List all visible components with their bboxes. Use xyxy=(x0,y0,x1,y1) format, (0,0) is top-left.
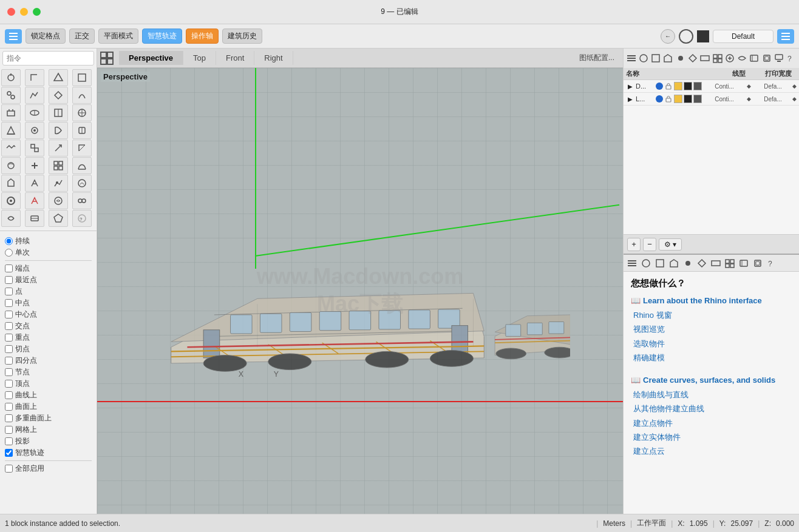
help-link-curves-from-objects[interactable]: 从其他物件建立曲线 xyxy=(631,403,792,414)
tool-btn[interactable] xyxy=(49,210,68,227)
layer-icon-7[interactable] xyxy=(700,52,710,64)
help-toolbar-icon-10[interactable] xyxy=(752,257,764,269)
help-link-precise-modeling[interactable]: 精确建模 xyxy=(631,352,792,363)
tool-btn[interactable] xyxy=(72,140,92,157)
command-input[interactable] xyxy=(2,51,94,66)
layer-icon-13[interactable] xyxy=(773,52,784,64)
close-button[interactable] xyxy=(7,8,15,16)
orthogonal-button[interactable]: 正交 xyxy=(69,29,95,44)
layer-icon-10[interactable] xyxy=(737,52,747,64)
tool-btn[interactable] xyxy=(49,192,68,209)
tool-btn[interactable] xyxy=(49,87,68,104)
snap-on-polysurface-check[interactable] xyxy=(5,414,13,422)
tool-btn[interactable] xyxy=(72,87,92,104)
help-toolbar-icon-1[interactable] xyxy=(626,257,638,269)
snap-on-mesh-check[interactable] xyxy=(5,426,13,434)
minimize-button[interactable] xyxy=(20,8,28,16)
layer-icon-4[interactable] xyxy=(663,52,673,64)
snap-knot-check[interactable] xyxy=(5,334,13,342)
tab-perspective[interactable]: Perspective xyxy=(119,51,183,65)
snap-on-surface-check[interactable] xyxy=(5,403,13,411)
tool-btn[interactable] xyxy=(72,69,92,86)
tool-btn[interactable] xyxy=(25,157,44,174)
viewport-settings-button[interactable]: 图纸配置... xyxy=(573,51,620,65)
layer-icon-1[interactable] xyxy=(626,52,636,64)
viewport-grid-icon[interactable] xyxy=(100,51,114,66)
snap-on-curve-check[interactable] xyxy=(5,391,13,399)
tool-btn[interactable] xyxy=(72,157,92,174)
snap-once-radio[interactable] xyxy=(5,249,13,257)
layer-icon-6[interactable] xyxy=(687,52,698,64)
tool-btn[interactable] xyxy=(72,192,92,209)
snap-endpoint-check[interactable] xyxy=(5,264,13,272)
tool-btn[interactable] xyxy=(1,87,21,104)
layer-icon-5[interactable] xyxy=(675,52,685,64)
tool-btn[interactable] xyxy=(1,175,21,192)
snap-vertex-check[interactable] xyxy=(5,380,13,388)
snap-midpoint-check[interactable] xyxy=(5,299,13,307)
help-link-draw-curves[interactable]: 绘制曲线与直线 xyxy=(631,389,792,400)
viewport-canvas[interactable]: Y X Perspective www.Macdown.comMac下载 xyxy=(97,68,623,514)
layer-icon-12[interactable] xyxy=(761,52,772,64)
help-toolbar-icon-8[interactable] xyxy=(724,257,736,269)
tool-btn[interactable] xyxy=(49,140,68,157)
help-link-select-objects[interactable]: 选取物件 xyxy=(631,338,792,349)
help-link-rhino-viewport[interactable]: Rhino 视窗 xyxy=(631,310,792,321)
snap-intersect-check[interactable] xyxy=(5,322,13,330)
tool-btn[interactable] xyxy=(72,104,92,121)
record-icon[interactable] xyxy=(697,30,709,42)
layer-icon-2[interactable] xyxy=(638,52,648,64)
layer-icon-9[interactable] xyxy=(724,52,735,64)
smart-track-button[interactable]: 智慧轨迹 xyxy=(142,29,182,44)
layer-remove-button[interactable]: − xyxy=(643,238,656,251)
help-section-curves-surfaces[interactable]: 📖 Create curves, surfaces, and solids xyxy=(631,375,792,386)
layer-icon-8[interactable] xyxy=(712,52,722,64)
help-toolbar-icon-6[interactable] xyxy=(696,257,708,269)
tool-btn[interactable] xyxy=(1,122,21,139)
tab-right[interactable]: Right xyxy=(254,51,293,65)
snap-near-check[interactable] xyxy=(5,276,13,284)
tool-btn[interactable] xyxy=(25,210,44,227)
target-icon[interactable] xyxy=(679,29,693,44)
snap-smart-track-check[interactable] xyxy=(5,449,13,457)
tool-btn[interactable]: ? xyxy=(72,210,92,227)
gumball-button[interactable]: 操作轴 xyxy=(186,29,219,44)
snap-node-check[interactable] xyxy=(5,368,13,376)
tool-btn[interactable] xyxy=(49,69,68,86)
tool-btn[interactable] xyxy=(25,192,44,209)
history-button[interactable]: 建筑历史 xyxy=(222,29,262,44)
planar-mode-button[interactable]: 平面模式 xyxy=(98,29,138,44)
help-section-rhino-interface[interactable]: 📖 Learn about the Rhino interface xyxy=(631,295,792,306)
tool-btn[interactable] xyxy=(25,175,44,192)
tool-btn[interactable] xyxy=(25,140,44,157)
lock-grid-button[interactable]: 锁定格点 xyxy=(25,29,66,44)
help-link-create-solids[interactable]: 建立实体物件 xyxy=(631,432,792,443)
snap-continuous-radio[interactable] xyxy=(5,237,13,245)
help-toolbar-icon-9[interactable] xyxy=(738,257,750,269)
help-link-create-points[interactable]: 建立点物件 xyxy=(631,418,792,429)
tool-btn[interactable] xyxy=(1,69,21,86)
maximize-button[interactable] xyxy=(33,8,41,16)
sidebar-toggle-right[interactable] xyxy=(777,29,794,44)
tab-front[interactable]: Front xyxy=(216,51,254,65)
tool-btn[interactable] xyxy=(1,210,21,227)
snap-enable-all-check[interactable] xyxy=(5,465,13,473)
tool-btn[interactable] xyxy=(25,87,44,104)
help-toolbar-icon-7[interactable] xyxy=(710,257,722,269)
sidebar-toggle-left[interactable] xyxy=(5,29,22,44)
snap-center-check[interactable] xyxy=(5,311,13,318)
layer-row[interactable]: ▶ L... Conti... ◆ Defa... ◆ xyxy=(624,93,799,106)
tool-btn[interactable] xyxy=(1,140,21,157)
tab-top[interactable]: Top xyxy=(183,51,216,65)
help-toolbar-icon-5[interactable] xyxy=(682,257,694,269)
tool-btn[interactable] xyxy=(49,175,68,192)
tool-btn[interactable] xyxy=(49,157,68,174)
help-toolbar-icon-3[interactable] xyxy=(654,257,666,269)
snap-tangent-check[interactable] xyxy=(5,345,13,353)
help-toolbar-icon-4[interactable] xyxy=(668,257,680,269)
layer-icon-3[interactable] xyxy=(651,52,661,64)
tool-btn[interactable] xyxy=(25,122,44,139)
help-toolbar-icon-11[interactable]: ? xyxy=(766,257,778,269)
tool-btn[interactable] xyxy=(25,104,44,121)
layer-add-button[interactable]: + xyxy=(627,238,641,251)
